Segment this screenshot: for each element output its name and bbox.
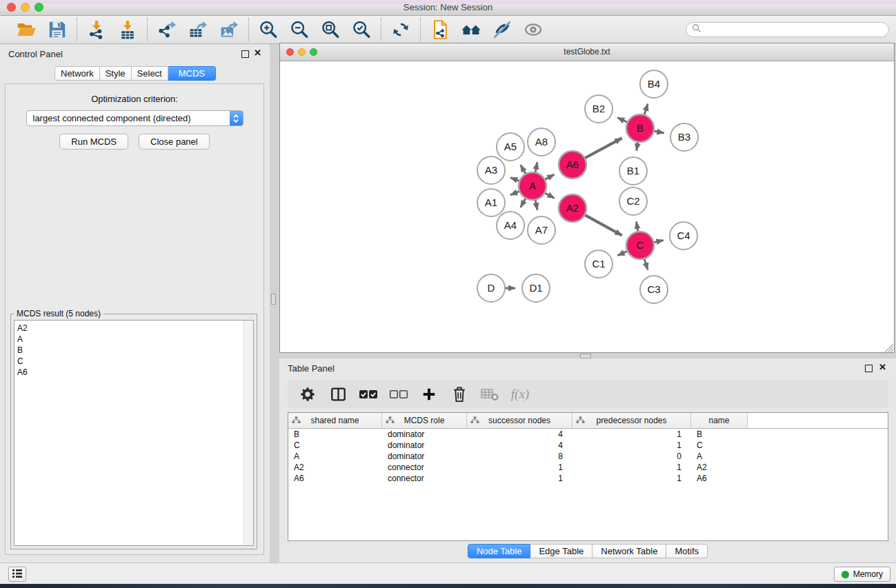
tab-node-table[interactable]: Node Table xyxy=(468,544,531,558)
float-table-panel-icon[interactable] xyxy=(865,365,873,372)
edge-B-B1[interactable] xyxy=(637,142,638,151)
table-cell[interactable]: B xyxy=(691,429,748,440)
table-cell[interactable]: C xyxy=(288,440,382,451)
table-cell[interactable]: 1 xyxy=(573,440,691,451)
search-input[interactable] xyxy=(705,23,888,37)
node-B4[interactable]: B4 xyxy=(640,70,668,98)
node-A3[interactable]: A3 xyxy=(477,156,505,184)
delete-row-button[interactable] xyxy=(449,383,470,405)
task-history-button[interactable] xyxy=(8,567,26,582)
node-A2[interactable]: A2 xyxy=(559,194,586,222)
table-row[interactable]: Bdominator41B xyxy=(288,429,888,440)
edge-A-A4[interactable] xyxy=(521,198,526,207)
resize-grip-icon[interactable] xyxy=(884,343,893,352)
node-B1[interactable]: B1 xyxy=(619,157,647,185)
tab-edge-table[interactable]: Edge Table xyxy=(530,544,593,558)
close-panel-icon[interactable]: ✕ xyxy=(254,48,261,58)
deselect-all-check-button[interactable] xyxy=(388,383,409,405)
table-row[interactable]: A2connector11A2 xyxy=(288,462,888,473)
edge-B-B4[interactable] xyxy=(644,104,648,115)
node-A7[interactable]: A7 xyxy=(528,216,555,244)
column-header-shared-name[interactable]: shared name xyxy=(288,413,382,428)
table-cell[interactable]: 1 xyxy=(467,473,573,484)
node-B3[interactable]: B3 xyxy=(670,123,698,151)
node-C3[interactable]: C3 xyxy=(640,276,668,303)
node-A6[interactable]: A6 xyxy=(559,151,586,179)
node-B2[interactable]: B2 xyxy=(585,95,613,123)
table-row[interactable]: Cdominator41C xyxy=(288,440,888,451)
table-cell[interactable]: 1 xyxy=(573,462,691,473)
edge-A-A1[interactable] xyxy=(510,191,520,195)
table-cell[interactable]: 1 xyxy=(467,462,573,473)
optimization-criterion-select[interactable]: largest connected component (directed) xyxy=(26,110,243,126)
node-C1[interactable]: C1 xyxy=(585,250,613,278)
close-panel-button[interactable]: Close panel xyxy=(139,134,210,150)
search-box[interactable] xyxy=(686,22,889,37)
table-cell[interactable]: A6 xyxy=(288,473,382,484)
hide-graphics-details-button[interactable] xyxy=(491,19,513,41)
network-close-button[interactable] xyxy=(286,48,294,56)
edge-A-A6[interactable] xyxy=(545,174,555,180)
node-A[interactable]: A xyxy=(519,172,546,200)
refresh-layout-button[interactable] xyxy=(390,19,412,41)
column-header-successor-nodes[interactable]: successor nodes xyxy=(467,413,573,428)
network-minimize-button[interactable] xyxy=(298,48,306,56)
table-cell[interactable]: 4 xyxy=(467,440,573,451)
edge-A2-C[interactable] xyxy=(585,215,622,236)
tab-network-table[interactable]: Network Table xyxy=(593,544,666,558)
show-eye-button[interactable] xyxy=(522,19,544,41)
edge-C-C1[interactable] xyxy=(617,251,627,256)
network-canvas[interactable]: B4B2BB3A5A8A6B1A3AC2A1A2A4A7C4CC1C3DD1 xyxy=(280,61,894,352)
table-cell[interactable]: connector xyxy=(382,473,467,484)
first-neighbors-button[interactable] xyxy=(429,19,451,41)
import-table-button[interactable] xyxy=(117,19,139,41)
mcds-result-item[interactable]: A6 xyxy=(17,367,253,378)
node-A1[interactable]: A1 xyxy=(477,189,505,216)
column-header-name[interactable]: name xyxy=(691,413,748,428)
select-all-check-button[interactable] xyxy=(358,383,379,405)
edge-A-A8[interactable] xyxy=(535,162,537,172)
edge-B-B3[interactable] xyxy=(654,131,664,133)
edge-B-B2[interactable] xyxy=(617,118,628,123)
zoom-fit-button[interactable] xyxy=(319,19,341,41)
export-image-button[interactable] xyxy=(218,19,240,41)
node-D[interactable]: D xyxy=(477,274,505,302)
tab-select[interactable]: Select xyxy=(132,66,168,81)
table-cell[interactable]: A6 xyxy=(691,473,748,484)
table-cell[interactable]: dominator xyxy=(382,440,467,451)
table-cell[interactable]: connector xyxy=(382,462,467,473)
export-network-button[interactable] xyxy=(156,19,178,41)
mcds-result-item[interactable]: A xyxy=(17,334,253,345)
run-mcds-button[interactable]: Run MCDS xyxy=(59,134,128,150)
edge-A6-B[interactable] xyxy=(585,138,622,158)
zoom-in-button[interactable] xyxy=(257,19,279,41)
vertical-split-handle[interactable] xyxy=(271,294,276,305)
edge-C-C3[interactable] xyxy=(644,258,648,270)
node-A8[interactable]: A8 xyxy=(528,128,555,156)
edge-A-A7[interactable] xyxy=(535,200,537,210)
zoom-out-button[interactable] xyxy=(288,19,310,41)
table-cell[interactable]: dominator xyxy=(382,451,467,462)
memory-button[interactable]: Memory xyxy=(834,567,890,582)
import-network-button[interactable] xyxy=(86,19,108,41)
table-cell[interactable]: 8 xyxy=(467,451,573,462)
float-panel-icon[interactable] xyxy=(241,50,249,58)
table-cell[interactable]: A2 xyxy=(288,462,382,473)
table-cell[interactable]: 1 xyxy=(573,429,691,440)
column-header-predecessor-nodes[interactable]: predecessor nodes xyxy=(573,413,691,428)
zoom-selected-button[interactable] xyxy=(350,19,372,41)
close-table-panel-icon[interactable]: ✕ xyxy=(879,362,886,372)
table-cell[interactable]: 1 xyxy=(573,473,691,484)
edge-A-A5[interactable] xyxy=(521,165,526,174)
table-cell[interactable]: A xyxy=(691,451,748,462)
add-row-button[interactable] xyxy=(419,383,439,405)
column-header-MCDS-role[interactable]: MCDS role xyxy=(382,413,467,428)
tab-style[interactable]: Style xyxy=(100,66,132,81)
home-layout-button[interactable] xyxy=(460,19,482,41)
tab-network[interactable]: Network xyxy=(54,66,100,81)
minimize-window-button[interactable] xyxy=(21,3,30,12)
tab-motifs[interactable]: Motifs xyxy=(666,544,708,558)
horizontal-split-handle[interactable] xyxy=(580,354,591,358)
mcds-result-list[interactable]: A2ABCA6 xyxy=(14,320,254,546)
close-window-button[interactable] xyxy=(7,3,16,12)
